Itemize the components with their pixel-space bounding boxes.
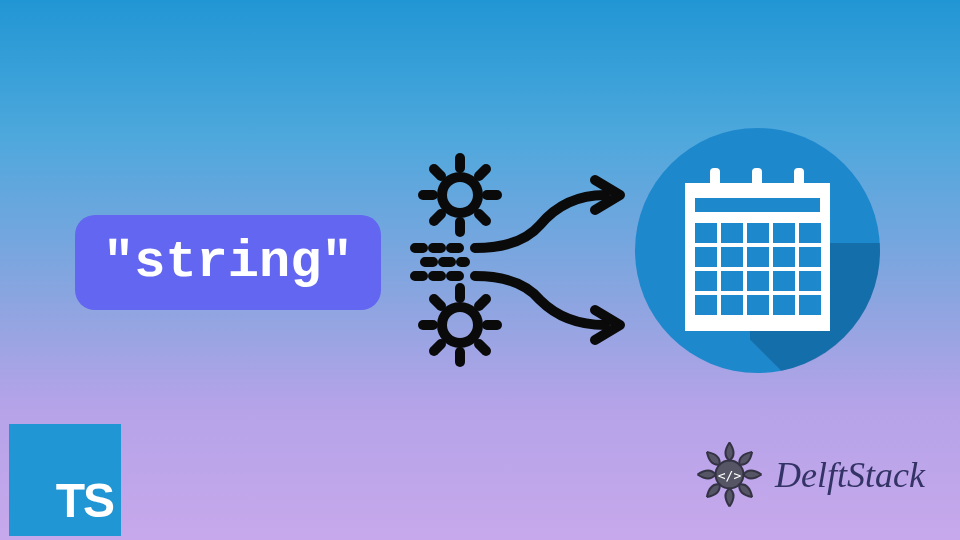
svg-rect-30 — [799, 223, 821, 243]
svg-rect-25 — [695, 198, 820, 212]
svg-line-6 — [479, 169, 486, 176]
string-text: "string" — [103, 233, 353, 292]
svg-rect-38 — [747, 271, 769, 291]
svg-rect-35 — [799, 247, 821, 267]
svg-rect-33 — [747, 247, 769, 267]
svg-rect-37 — [721, 271, 743, 291]
svg-rect-28 — [747, 223, 769, 243]
svg-line-16 — [434, 344, 441, 351]
svg-point-0 — [442, 177, 478, 213]
ts-logo-text: TS — [56, 473, 113, 528]
svg-line-15 — [479, 299, 486, 306]
svg-rect-36 — [695, 271, 717, 291]
calendar-icon — [680, 168, 835, 333]
svg-rect-31 — [695, 247, 717, 267]
svg-text:</>: </> — [718, 468, 742, 483]
brand-name: DelftStack — [775, 454, 925, 496]
svg-rect-40 — [799, 271, 821, 291]
svg-line-17 — [479, 344, 486, 351]
svg-rect-42 — [721, 295, 743, 315]
svg-rect-44 — [773, 295, 795, 315]
svg-rect-34 — [773, 247, 795, 267]
gears-transform-icon — [410, 150, 640, 374]
delftstack-brand: </> DelftStack — [692, 437, 925, 512]
mandala-icon: </> — [692, 437, 767, 512]
svg-rect-45 — [799, 295, 821, 315]
svg-line-8 — [479, 214, 486, 221]
svg-rect-32 — [721, 247, 743, 267]
svg-rect-43 — [747, 295, 769, 315]
svg-line-5 — [434, 169, 441, 176]
svg-rect-29 — [773, 223, 795, 243]
svg-line-7 — [434, 214, 441, 221]
string-badge: "string" — [75, 215, 381, 310]
svg-line-14 — [434, 299, 441, 306]
svg-rect-27 — [721, 223, 743, 243]
typescript-logo: TS — [9, 424, 121, 536]
svg-point-9 — [442, 307, 478, 343]
svg-rect-39 — [773, 271, 795, 291]
calendar-circle — [635, 128, 880, 373]
svg-rect-26 — [695, 223, 717, 243]
svg-rect-41 — [695, 295, 717, 315]
